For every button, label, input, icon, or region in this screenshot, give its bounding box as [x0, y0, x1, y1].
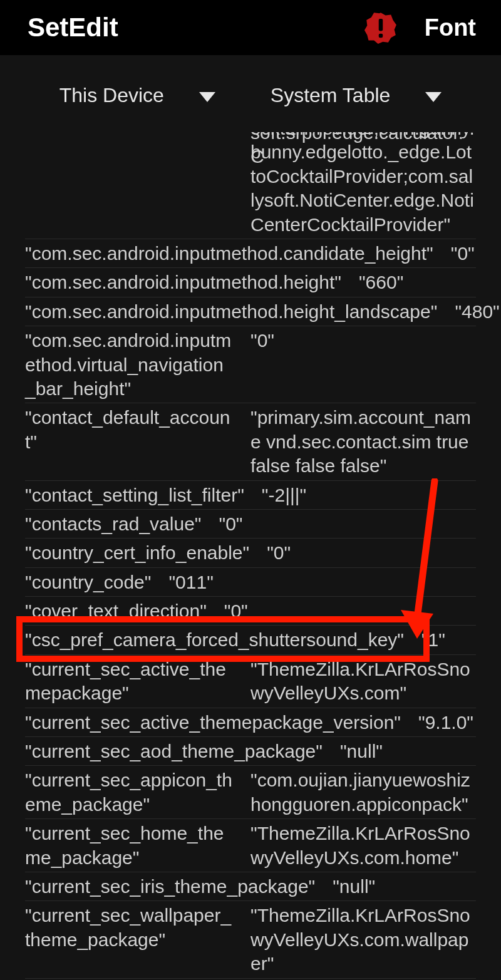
row-key: "country_code" [25, 570, 168, 594]
row-value-clipped-top: soft.srpol.edge.calculator.C [250, 132, 476, 169]
font-button[interactable]: Font [425, 14, 476, 41]
chevron-down-icon [199, 84, 215, 107]
svg-rect-1 [378, 19, 383, 31]
dropdown-bar: This Device System Table [0, 55, 501, 132]
row-value: "0" [451, 242, 475, 266]
row-value: "null" [340, 740, 383, 763]
device-selector[interactable]: This Device [32, 84, 243, 107]
row-value: "660" [359, 271, 403, 294]
row-key: "current_sec_iris_theme_package" [25, 875, 333, 899]
row-value: "null" [333, 875, 375, 899]
table-row[interactable]: "csc_pref_camera_forced_shuttersound_key… [25, 625, 476, 654]
settings-list[interactable]: soft.srpol.edge.calculator.C ocktailProv… [0, 132, 501, 980]
table-row[interactable]: "contacts_rad_value""0" [25, 509, 476, 538]
row-key: "current_sec_active_themepackage_version… [25, 711, 418, 735]
row-key: "current_sec_active_themepackage" [25, 658, 250, 706]
table-row[interactable]: "current_sec_active_themepackage""ThemeZ… [25, 654, 476, 708]
row-value: "0" [219, 512, 242, 536]
table-row[interactable]: "com.sec.android.inputmethod.height""660… [25, 267, 476, 296]
table-row[interactable]: "country_cert_info_enable""0" [25, 538, 476, 567]
table-row[interactable]: soft.srpol.edge.calculator.C ocktailProv… [25, 132, 476, 239]
row-value: "9.1.0" [418, 711, 473, 735]
row-key: "current_sec_wallpaper_theme_package" [25, 904, 250, 976]
svg-rect-2 [378, 34, 383, 38]
svg-marker-4 [425, 92, 442, 102]
row-value: "1" [421, 628, 445, 652]
row-value: soft.srpol.edge.calculator.C ocktailProv… [250, 135, 476, 237]
table-row[interactable]: "com.sec.android.inputmethod.height_land… [25, 297, 476, 326]
table-selector[interactable]: System Table [243, 84, 470, 107]
row-value: "0" [267, 541, 291, 565]
app-title: SetEdit [28, 13, 118, 43]
device-selector-label: This Device [59, 84, 164, 107]
row-value: "0" [224, 599, 248, 623]
table-row[interactable]: "com.sec.android.inputmethod.candidate_h… [25, 239, 476, 267]
table-selector-label: System Table [271, 84, 391, 107]
table-row[interactable]: "current_theme_support_night_mode""1" [25, 978, 476, 980]
row-key: "country_cert_info_enable" [25, 541, 267, 565]
table-row[interactable]: "current_sec_wallpaper_theme_package""Th… [25, 900, 476, 977]
row-value: "ThemeZilla.KrLArRosSnowyVelleyUXs.com.h… [250, 822, 476, 870]
table-row[interactable]: "com.sec.android.inputmethod.virtual_nav… [25, 326, 476, 403]
row-key: "current_sec_aod_theme_package" [25, 740, 340, 763]
row-key: "contacts_rad_value" [25, 512, 219, 536]
row-value: "ThemeZilla.KrLArRosSnowyVelleyUXs.com" [250, 658, 476, 706]
top-bar-actions: Font [364, 11, 476, 44]
row-key: "current_sec_home_theme_package" [25, 822, 250, 870]
app-top-bar: SetEdit Font [0, 0, 501, 55]
row-key: "com.sec.android.inputmethod.height" [25, 271, 359, 294]
svg-marker-3 [199, 92, 215, 102]
table-row[interactable]: "current_sec_appicon_theme_package""com.… [25, 765, 476, 818]
table-row[interactable]: "current_sec_aod_theme_package""null" [25, 736, 476, 765]
row-key: "contact_setting_list_filter" [25, 483, 262, 507]
row-value: "com.oujian.jianyuewoshizhongguoren.appi… [250, 768, 476, 817]
row-value: "480" [455, 300, 499, 324]
row-key: "com.sec.android.inputmethod.height_land… [25, 300, 455, 324]
row-value: "primary.sim.account_name vnd.sec.contac… [250, 406, 476, 478]
row-key: "com.sec.android.inputmethod.virtual_nav… [25, 329, 250, 401]
table-row[interactable]: "current_sec_iris_theme_package""null" [25, 872, 476, 900]
row-value: "011" [168, 570, 213, 594]
chevron-down-icon [425, 84, 442, 107]
row-key: "com.sec.android.inputmethod.candidate_h… [25, 242, 451, 266]
row-key: "contact_default_account" [25, 406, 250, 478]
row-key: "cover_text_direction" [25, 599, 224, 623]
row-value: "-2|||" [262, 483, 306, 507]
row-key: "csc_pref_camera_forced_shuttersound_key… [25, 628, 421, 652]
table-row[interactable]: "current_sec_home_theme_package""ThemeZi… [25, 818, 476, 872]
table-row[interactable]: "contact_setting_list_filter""-2|||" [25, 480, 476, 509]
row-value: "ThemeZilla.KrLArRosSnowyVelleyUXs.com.w… [250, 904, 476, 976]
table-row[interactable]: "contact_default_account""primary.sim.ac… [25, 403, 476, 480]
table-row[interactable]: "cover_text_direction""0" [25, 596, 476, 625]
row-key: "current_sec_appicon_theme_package" [25, 768, 250, 817]
row-value: "0" [250, 329, 476, 401]
table-row[interactable]: "country_code""011" [25, 567, 476, 596]
warning-badge-icon[interactable] [364, 11, 397, 44]
table-row[interactable]: "current_sec_active_themepackage_version… [25, 708, 476, 736]
